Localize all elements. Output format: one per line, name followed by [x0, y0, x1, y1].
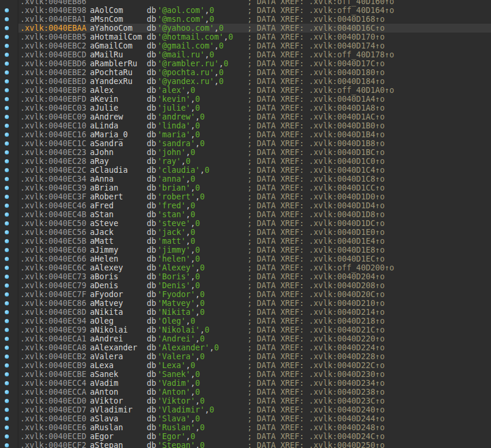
listing-line[interactable]: .xvlk:0040EBB5 aHotmailCom db '@hotmail.…: [0, 33, 491, 41]
listing-line[interactable]: .xvlk:0040ECA8 aAlexander db 'Alexander'…: [0, 343, 491, 352]
listing-line[interactable]: .xvlk:0040ECE6 aRuslan db 'Ruslan',0 ; D…: [0, 423, 491, 432]
xref-comment: ; DATA XREF: .xvlk:0040D1BC↑o: [247, 148, 385, 157]
operand: 'brian',0: [157, 183, 200, 192]
comma-separator: ,: [186, 201, 190, 210]
listing-line[interactable]: .xvlk:0040EC7F aFyodor db 'Fyodor',0 ; D…: [0, 290, 491, 299]
listing-line[interactable]: .xvlk:0040EC5B aMatt db 'matt',0 ; DATA …: [0, 237, 491, 246]
listing-line[interactable]: .xvlk:0040ECB2 aValera db 'Valera',0 ; D…: [0, 352, 491, 361]
listing-line[interactable]: .xvlk:0040EC6C aAlexey db 'Alexey',0 ; D…: [0, 263, 491, 272]
db-keyword: db: [147, 15, 156, 24]
listing-line[interactable]: .xvlk:0040EC46 aFred db 'fred',0 ; DATA …: [0, 201, 491, 210]
address-label: .xvlk:0040EC99: [20, 325, 86, 334]
xref-comment: ; DATA XREF: .xvlk:0040D220↑o: [247, 334, 385, 343]
address-marker-icon: [5, 177, 9, 181]
address-marker-icon: [5, 195, 9, 199]
listing-line[interactable]: .xvlk:0040EC3F aRobert db 'robert',0 ; D…: [0, 192, 491, 201]
listing-line[interactable]: .xvlk:0040EBCD aMailRu db '@mail.ru',0 ;…: [0, 50, 491, 59]
listing-line[interactable]: .xvlk:0040EC94 aOleg db 'Oleg',0 ; DATA …: [0, 317, 491, 325]
address-label: .xvlk:0040EC94: [20, 317, 86, 325]
address-label: .xvlk:0040EC6C: [20, 263, 86, 272]
listing-line[interactable]: .xvlk:0040EBFD aKevin db 'kevin',0 ; DAT…: [0, 95, 491, 104]
listing-line[interactable]: .xvlk:0040ECF2 aStepan db 'Stepan',0 ; D…: [0, 441, 491, 448]
listing-line[interactable]: .xvlk:0040EBE2 aPochtaRu db '@pochta.ru'…: [0, 68, 491, 77]
zero-terminator: 0: [195, 246, 200, 254]
zero-terminator: 0: [205, 325, 209, 334]
listing-line[interactable]: .xvlk:0040ECB9 aLexa db 'Lexa',0 ; DATA …: [0, 361, 491, 370]
listing-line[interactable]: .xvlk:0040EB86 ; DATA XREF: .xvlk:off_40…: [0, 0, 491, 6]
listing-line[interactable]: .xvlk:0040EC79 aDenis db 'Denis',0 ; DAT…: [0, 281, 491, 290]
address-marker-icon: [5, 26, 9, 30]
listing-line[interactable]: .xvlk:0040EC56 aJack db 'jack',0 ; DATA …: [0, 228, 491, 237]
listing-line[interactable]: .xvlk:0040ECBE aSanek db 'Sanek',0 ; DAT…: [0, 370, 491, 379]
zero-terminator: 0: [195, 121, 200, 130]
listing-line[interactable]: .xvlk:0040EC39 aBrian db 'brian',0 ; DAT…: [0, 183, 491, 192]
listing-line[interactable]: .xvlk:0040EC66 aHelen db 'helen',0 ; DAT…: [0, 254, 491, 263]
string-name-label: aMaria_0: [90, 130, 128, 139]
listing-line[interactable]: .xvlk:0040ECD7 aVladimir db 'Vladimir',0…: [0, 405, 491, 414]
string-literal: 'Stepan': [157, 441, 195, 448]
listing-line[interactable]: .xvlk:0040ECC4 aVadim db 'Vadim',0 ; DAT…: [0, 379, 491, 388]
comma-separator: ,: [186, 228, 190, 237]
listing-line[interactable]: .xvlk:0040EC03 aJulie db 'julie',0 ; DAT…: [0, 104, 491, 112]
string-name-label: aSlava: [90, 414, 118, 423]
listing-line[interactable]: .xvlk:0040EC16 aMaria_0 db 'maria',0 ; D…: [0, 130, 491, 139]
listing-line[interactable]: .xvlk:0040EC8D aNikita db 'Nikita',0 ; D…: [0, 308, 491, 317]
operand: 'Viktor',0: [157, 397, 205, 405]
xref-comment: ; DATA XREF: .xvlk:0040D170↑o: [247, 33, 385, 41]
address-label: .xvlk:0040ECC4: [20, 379, 86, 388]
listing-line[interactable]: .xvlk:0040EC50 aSteve db 'steve',0 ; DAT…: [0, 219, 491, 228]
listing-line[interactable]: .xvlk:0040EC4B aStan db 'stan',0 ; DATA …: [0, 210, 491, 219]
listing-line[interactable]: .xvlk:0040ECA1 aAndrei db 'Andrei',0 ; D…: [0, 334, 491, 343]
listing-line[interactable]: .xvlk:0040EC73 aBoris db 'Boris',0 ; DAT…: [0, 272, 491, 281]
listing-line[interactable]: .xvlk:0040EBA1 aMsnCom db '@msn.com',0 ;…: [0, 15, 491, 24]
listing-line[interactable]: .xvlk:0040EB98 aAolCom db '@aol.com',0 ;…: [0, 6, 491, 15]
db-keyword: db: [147, 254, 156, 263]
string-literal: 'Nikolai': [157, 325, 200, 334]
operand: '@mail.ru',0: [157, 50, 214, 59]
listing-line[interactable]: .xvlk:0040ECE0 aSlava db 'Slava',0 ; DAT…: [0, 414, 491, 423]
listing-line[interactable]: .xvlk:0040EC10 aLinda db 'linda',0 ; DAT…: [0, 121, 491, 130]
listing-line[interactable]: .xvlk:0040EC1C aSandra db 'sandra',0 ; D…: [0, 139, 491, 148]
address-marker-icon: [5, 266, 9, 270]
listing-line[interactable]: .xvlk:0040EC99 aNikolai db 'Nikolai',0 ;…: [0, 325, 491, 334]
listing-line[interactable]: .xvlk:0040EC28 aRay db 'ray',0 ; DATA XR…: [0, 157, 491, 166]
address-label: .xvlk:0040ECBE: [20, 370, 86, 379]
address-marker-icon: [5, 212, 9, 217]
listing-line[interactable]: .xvlk:0040EC60 aJimmy db 'jimmy',0 ; DAT…: [0, 246, 491, 254]
listing-line[interactable]: .xvlk:0040EBAA aYahooCom db '@yahoo.com'…: [0, 24, 491, 33]
string-name-label: aNikita: [90, 308, 123, 317]
comma-separator: ,: [195, 397, 200, 405]
operand: 'alex',0: [157, 86, 195, 95]
address-label: .xvlk:0040EC03: [20, 104, 86, 112]
listing-line[interactable]: .xvlk:0040EBF8 aAlex db 'alex',0 ; DATA …: [0, 86, 491, 95]
db-keyword: db: [147, 414, 156, 423]
string-name-label: aAnton: [90, 388, 118, 397]
listing-line[interactable]: .xvlk:0040EC86 aMatvey db 'Matvey',0 ; D…: [0, 299, 491, 308]
string-literal: '@gmail.com': [157, 41, 214, 50]
xref-comment: ; DATA XREF: .xvlk:0040D1B8↑o: [247, 139, 385, 148]
zero-terminator: 0: [190, 86, 195, 95]
address-marker-icon: [5, 292, 9, 296]
listing-line[interactable]: .xvlk:0040EC23 aJohn db 'john',0 ; DATA …: [0, 148, 491, 157]
db-keyword: db: [147, 370, 156, 379]
listing-line[interactable]: .xvlk:0040EC2C aClaudia db 'claudia',0 ;…: [0, 166, 491, 175]
address-marker-icon: [5, 390, 9, 394]
listing-line[interactable]: .xvlk:0040ECED aEgor db 'Egor',0 ; DATA …: [0, 432, 491, 441]
operand: 'Egor',0: [157, 432, 195, 441]
string-literal: '@rambler.ru': [157, 59, 219, 68]
listing-line[interactable]: .xvlk:0040EBD6 aRamblerRu db '@rambler.r…: [0, 59, 491, 68]
comma-separator: ,: [186, 317, 190, 325]
listing-line[interactable]: .xvlk:0040EBC2 aGmailCom db '@gmail.com'…: [0, 41, 491, 50]
listing-line[interactable]: .xvlk:0040EBED aYandexRu db '@yandex.ru'…: [0, 77, 491, 86]
listing-line[interactable]: .xvlk:0040ECD0 aViktor db 'Viktor',0 ; D…: [0, 397, 491, 405]
xref-comment: ; DATA XREF: .xvlk:0040D1DC↑o: [247, 219, 385, 228]
listing-line[interactable]: .xvlk:0040ECCA aAnton db 'Anton',0 ; DAT…: [0, 388, 491, 397]
zero-terminator: 0: [214, 343, 219, 352]
listing-line[interactable]: .xvlk:0040EC09 aAndrew db 'andrew',0 ; D…: [0, 112, 491, 121]
address-label: .xvlk:0040EC4B: [20, 210, 86, 219]
listing-line[interactable]: .xvlk:0040EC34 aAnna db 'anna',0 ; DATA …: [0, 175, 491, 183]
zero-terminator: 0: [209, 50, 214, 59]
string-name-label: aClaudia: [90, 166, 128, 175]
zero-terminator: 0: [200, 192, 205, 201]
xref-comment: ; DATA XREF: .xvlk:0040D250↑o: [247, 441, 385, 448]
